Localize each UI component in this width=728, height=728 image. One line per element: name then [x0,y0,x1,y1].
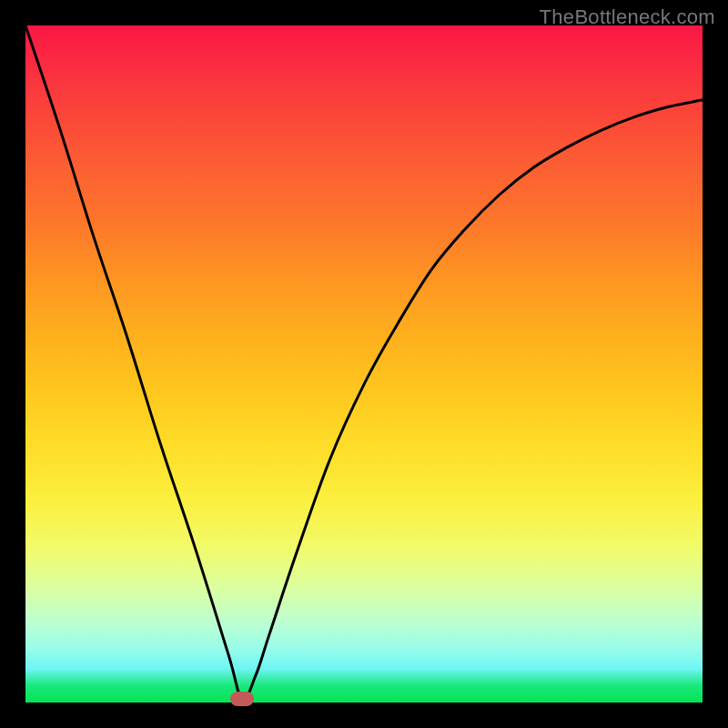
series-curve [25,25,703,700]
chart-container: TheBottleneck.com [0,0,728,728]
min-marker [230,692,254,706]
curve-svg [25,25,703,703]
watermark-text: TheBottleneck.com [540,5,715,29]
plot-area [25,25,703,703]
